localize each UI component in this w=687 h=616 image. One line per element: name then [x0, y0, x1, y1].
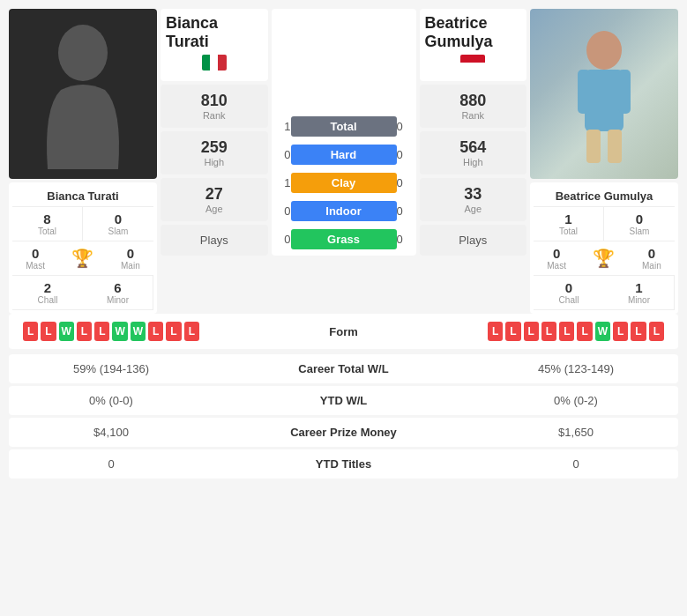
center-column: Bianca Turati 810 Rank	[161, 9, 526, 314]
left-slam-label: Slam	[86, 226, 150, 236]
left-age-box: 27 Age	[161, 178, 268, 221]
right-plays-box: Plays	[420, 225, 527, 256]
left-plays-label: Plays	[200, 234, 228, 247]
left-mast-value: 0	[26, 246, 45, 261]
form-badge-l: L	[77, 322, 92, 341]
clay-right-count: 0	[397, 176, 413, 189]
left-main-value: 0	[121, 246, 140, 261]
center-right-stats: Beatrice Gumulya 880 Rank	[420, 9, 527, 256]
left-high-label: High	[168, 157, 261, 167]
right-player-info: Beatrice Gumulya 1 Total 0 Slam 0 Mast	[530, 182, 678, 314]
right-mast-label: Mast	[547, 261, 566, 271]
form-badge-l: L	[148, 322, 163, 341]
right-player-column: Beatrice Gumulya 1 Total 0 Slam 0 Mast	[530, 9, 678, 314]
top-section: Bianca Turati 8 Total 0 Slam 0 Mast	[9, 9, 678, 314]
trophy-icon-right: 🏆	[593, 248, 615, 269]
total-button[interactable]: Total	[291, 116, 397, 137]
stats-row-1: 0% (0-0) YTD W/L 0% (0-2)	[9, 386, 678, 415]
left-name-display: Bianca Turati	[166, 14, 263, 51]
left-mast-stat: 0 Mast	[26, 246, 45, 271]
player-figure-right	[560, 24, 648, 165]
form-badge-l: L	[166, 322, 181, 341]
right-total-label: Total	[537, 226, 600, 236]
right-rank-label: Rank	[427, 110, 520, 121]
form-badge-l: L	[613, 322, 628, 341]
hard-left-count: 0	[275, 148, 291, 161]
stats-center-0: Career Total W/L	[199, 362, 488, 375]
left-mast-label: Mast	[26, 261, 45, 271]
surfaces-panel: 1 Total 0 0 Hard 0 1 Clay 0	[272, 9, 416, 256]
svg-rect-2	[585, 70, 624, 131]
right-main-value: 0	[642, 246, 661, 261]
left-minor-value: 6	[86, 280, 149, 295]
right-plays-label: Plays	[459, 234, 487, 247]
svg-point-1	[586, 31, 622, 70]
left-high-box: 259 High	[161, 131, 268, 174]
left-minor-label: Minor	[86, 295, 149, 305]
svg-point-0	[58, 25, 108, 81]
right-rank-box: 880 Rank	[420, 85, 527, 128]
stats-left-1: 0% (0-0)	[23, 394, 199, 407]
left-player-stats-grid: 8 Total 0 Slam 0 Mast 🏆 0	[12, 206, 153, 310]
form-label: Form	[199, 325, 488, 338]
form-badge-w: W	[59, 322, 74, 341]
svg-rect-4	[618, 70, 631, 114]
indoor-left-count: 0	[275, 204, 291, 218]
stats-row-0: 59% (194-136) Career Total W/L 45% (123-…	[9, 354, 678, 383]
right-player-stats-grid: 1 Total 0 Slam 0 Mast 🏆 0	[534, 206, 675, 310]
left-player-photo	[9, 9, 157, 179]
right-chall-label: Chall	[537, 295, 601, 305]
left-stat-total: 8 Total	[12, 207, 83, 241]
left-plays-box: Plays	[161, 225, 268, 256]
clay-button[interactable]: Clay	[291, 173, 397, 193]
right-high-value: 564	[427, 138, 520, 157]
stats-row-3: 0 YTD Titles 0	[9, 449, 678, 479]
left-age-label: Age	[168, 204, 261, 214]
left-form-container: LLWLLWWLLL	[23, 322, 199, 341]
form-badge-l: L	[649, 322, 664, 341]
left-stat-slam: 0 Slam	[83, 207, 153, 241]
left-form-badges: LLWLLWWLLL	[23, 322, 199, 341]
stats-right-1: 0% (0-2)	[488, 394, 664, 407]
right-age-value: 33	[427, 185, 520, 204]
form-badge-l: L	[488, 322, 503, 341]
right-slam-value: 0	[608, 212, 671, 226]
stats-center-1: YTD W/L	[199, 394, 488, 407]
form-badge-l: L	[559, 322, 574, 341]
svg-rect-6	[608, 130, 622, 163]
right-name-display: Beatrice Gumulya	[425, 14, 522, 51]
right-stat-slam: 0 Slam	[604, 207, 675, 241]
indoor-button[interactable]: Indoor	[291, 201, 397, 221]
center-top-headers: Bianca Turati 810 Rank	[161, 9, 526, 256]
right-flag-container	[460, 55, 485, 71]
right-form-container: LLLLLLWLLL	[488, 322, 664, 341]
right-stat-minor: 1 Minor	[604, 276, 675, 310]
surface-hard-row: 0 Hard 0	[275, 142, 413, 167]
right-player-name-box: Beatrice Gumulya	[420, 9, 527, 81]
main-container: Bianca Turati 8 Total 0 Slam 0 Mast	[0, 0, 687, 490]
right-trophy-row: 0 Mast 🏆 0 Main	[534, 241, 675, 276]
clay-left-count: 1	[275, 176, 291, 189]
left-stat-minor: 6 Minor	[83, 276, 153, 310]
surface-indoor-row: 0 Indoor 0	[275, 198, 413, 224]
left-main-label: Main	[121, 261, 140, 271]
left-high-value: 259	[168, 138, 261, 157]
right-chall-value: 0	[537, 280, 601, 295]
stats-right-3: 0	[488, 457, 664, 471]
stats-left-0: 59% (194-136)	[23, 362, 199, 375]
left-player-column: Bianca Turati 8 Total 0 Slam 0 Mast	[9, 9, 157, 314]
left-stat-chall: 2 Chall	[12, 276, 83, 310]
total-left-count: 1	[275, 120, 291, 133]
player-silhouette-left	[34, 19, 131, 169]
indoor-right-count: 0	[397, 204, 413, 218]
hard-button[interactable]: Hard	[291, 145, 397, 165]
form-badge-l: L	[505, 322, 520, 341]
grass-button[interactable]: Grass	[291, 229, 397, 249]
right-age-box: 33 Age	[420, 178, 527, 221]
hard-right-count: 0	[397, 148, 413, 161]
left-slam-value: 0	[86, 212, 150, 226]
center-left-stats: Bianca Turati 810 Rank	[161, 9, 268, 256]
form-badge-l: L	[41, 322, 56, 341]
stats-center-2: Career Prize Money	[199, 426, 488, 439]
left-main-stat: 0 Main	[121, 246, 140, 271]
